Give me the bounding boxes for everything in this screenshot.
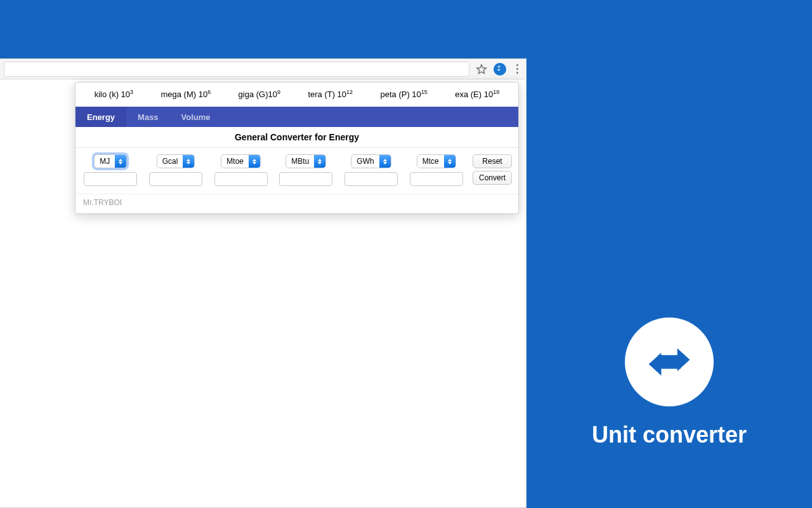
value-input-5[interactable] — [410, 172, 463, 186]
bookmark-star-icon[interactable] — [476, 64, 487, 75]
value-input-1[interactable] — [149, 172, 202, 186]
value-input-3[interactable] — [279, 172, 332, 186]
tab-energy[interactable]: Energy — [75, 107, 126, 127]
converter-popup: kilo (k) 103 mega (M) 106 giga (G)109 te… — [75, 82, 519, 214]
unit-col-4: GWh — [343, 154, 400, 186]
unit-select-2[interactable]: Mtoe — [221, 154, 261, 168]
unit-col-2: Mtoe — [212, 154, 270, 186]
page-area: kilo (k) 103 mega (M) 106 giga (G)109 te… — [0, 58, 527, 508]
kebab-menu-icon[interactable] — [513, 64, 521, 74]
reset-button[interactable]: Reset — [473, 154, 512, 168]
value-input-2[interactable] — [214, 172, 268, 186]
popup-footer: Mr.TRYBOI — [75, 194, 518, 213]
svg-marker-0 — [477, 65, 486, 74]
tab-mass[interactable]: Mass — [126, 107, 170, 127]
prefix-giga: giga (G)109 — [239, 89, 280, 99]
unit-select-1[interactable]: Gcal — [157, 154, 195, 168]
prefix-mega: mega (M) 106 — [160, 89, 211, 99]
prefix-tera: tera (T) 1012 — [308, 89, 353, 99]
converter-columns: MJ Gcal Mtoe MBtu — [75, 148, 518, 194]
unit-col-3: MBtu — [277, 154, 335, 186]
prefix-kilo: kilo (k) 103 — [95, 89, 133, 99]
unit-col-1: Gcal — [147, 154, 205, 186]
unit-col-0: MJ — [82, 154, 140, 186]
si-prefix-row: kilo (k) 103 mega (M) 106 giga (G)109 te… — [75, 83, 518, 107]
action-buttons: Reset Convert — [473, 154, 512, 185]
category-tabs: Energy Mass Volume — [75, 107, 518, 127]
browser-toolbar — [0, 59, 525, 79]
brand-title: Unit converter — [592, 422, 747, 448]
convert-button[interactable]: Convert — [473, 171, 512, 185]
prefix-exa: exa (E) 1018 — [455, 89, 499, 99]
swap-arrows-icon — [625, 318, 714, 406]
section-title: General Converter for Energy — [75, 127, 518, 148]
branding-block: Unit converter — [527, 318, 812, 448]
address-bar[interactable] — [4, 62, 469, 77]
tab-volume[interactable]: Volume — [170, 107, 222, 127]
unit-select-4[interactable]: GWh — [351, 154, 391, 168]
extension-icon[interactable] — [494, 63, 506, 76]
unit-select-0[interactable]: MJ — [94, 154, 127, 168]
unit-select-3[interactable]: MBtu — [285, 154, 326, 168]
value-input-0[interactable] — [84, 172, 137, 186]
prefix-peta: peta (P) 1015 — [380, 89, 427, 99]
unit-select-5[interactable]: Mtce — [417, 154, 456, 168]
value-input-4[interactable] — [344, 172, 398, 186]
unit-col-5: Mtce — [407, 154, 465, 186]
